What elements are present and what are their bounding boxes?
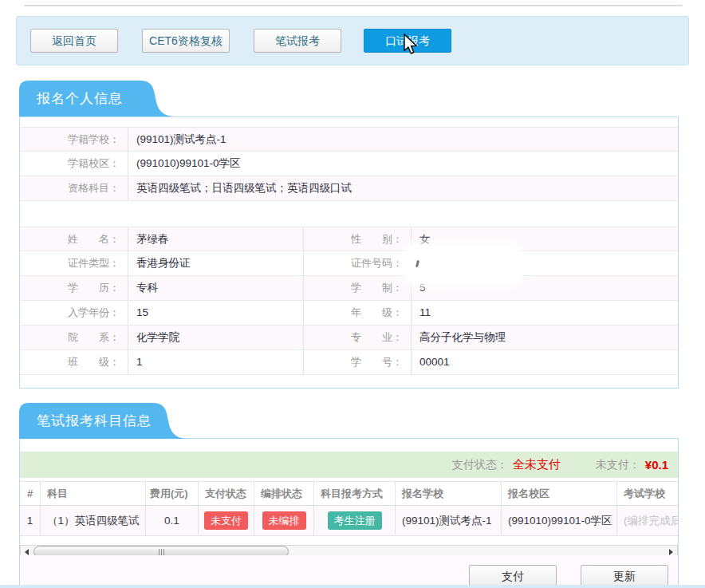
col-register-school: 报名学校	[396, 482, 502, 505]
page-bottom-strip	[0, 585, 705, 588]
pay-button[interactable]: 支付	[469, 565, 557, 587]
class-value: 1	[128, 350, 303, 374]
school-info-rows: 学籍学校： (99101)测试考点-1 学籍校区： (991010)99101-…	[20, 127, 678, 201]
cell-exam-school: (编排完成后	[617, 506, 678, 535]
payment-status-bar: 支付状态： 全未支付 未支付： ¥0.1	[20, 452, 678, 478]
update-button[interactable]: 更新	[581, 565, 668, 587]
right-arrow-icon	[669, 549, 673, 555]
col-subject: 科目	[41, 482, 146, 505]
personal-info-tab: 报名个人信息	[19, 81, 175, 116]
subjects-table: # 科目 费用(元) 支付状态 编排状态 科目报考方式 报名学校 报名校区 考试…	[20, 481, 678, 536]
enroll-year-label: 入学年份：	[20, 301, 128, 325]
thumb-grip-icon	[159, 549, 160, 555]
subjects-panel-tab: 笔试报考科目信息	[19, 403, 188, 439]
row-department-major: 院 系： 化学学院 专 业： 高分子化学与物理	[20, 326, 678, 350]
campus-label: 学籍校区：	[20, 152, 128, 176]
cell-fee: 0.1	[146, 506, 199, 535]
school-value: (99101)测试考点-1	[128, 128, 678, 151]
row-degree-duration: 学 历： 专科 学 制： 5	[20, 276, 678, 301]
duration-label: 学 制：	[303, 276, 411, 300]
written-exam-button[interactable]: 笔试报考	[254, 29, 341, 53]
unarranged-badge: 未编排	[262, 511, 306, 530]
grade-value: 11	[411, 301, 678, 325]
toolbar: 返回首页 CET6资格复核 笔试报考 口试报考	[16, 16, 689, 65]
cell-pay-status: 未支付	[199, 506, 254, 535]
pay-status-value: 全未支付	[513, 457, 561, 472]
id-type-label: 证件类型：	[20, 251, 128, 275]
return-home-button[interactable]: 返回首页	[30, 29, 118, 53]
row-name-gender: 姓 名： 茅绿春 性 别： 女	[20, 227, 678, 251]
id-number-redaction-blur	[408, 247, 518, 282]
col-arrange-status: 编排状态	[254, 482, 314, 505]
cet-registration-page: { "toolbar": { "buttons": [ { "label": "…	[0, 0, 705, 588]
school-label: 学籍学校：	[20, 128, 128, 151]
personal-detail-rows: 姓 名： 茅绿春 性 别： 女 证件类型： 香港身份证 证件号码： 学 历： 专…	[20, 227, 678, 375]
cell-register-school: (99101)测试考点-1	[396, 506, 502, 535]
thumb-grip-icon	[161, 549, 162, 555]
col-fee: 费用(元)	[146, 482, 199, 505]
department-label: 院 系：	[20, 326, 128, 349]
cell-register-mode: 考生注册	[314, 506, 396, 535]
left-arrow-icon	[25, 549, 29, 555]
id-number-label: 证件号码：	[303, 251, 411, 275]
degree-value: 专科	[128, 276, 303, 300]
degree-label: 学 历：	[20, 276, 128, 300]
table-row[interactable]: 1 （1）英语四级笔试 0.1 未支付 未编排 考生注册 (99101)测试考点…	[20, 506, 678, 536]
row-enrollyear-grade: 入学年份： 15 年 级： 11	[20, 301, 678, 326]
unpaid-label: 未支付：	[596, 458, 640, 472]
thumb-grip-icon	[163, 549, 164, 555]
qualified-subjects-value: 英语四级笔试；日语四级笔试；英语四级口试	[128, 176, 678, 200]
page-top-divider	[24, 5, 683, 6]
subjects-table-header: # 科目 费用(元) 支付状态 编排状态 科目报考方式 报名学校 报名校区 考试…	[20, 481, 678, 506]
pay-status-label: 支付状态：	[452, 458, 508, 472]
department-value: 化学学院	[128, 326, 303, 349]
class-label: 班 级：	[20, 350, 128, 374]
row-campus: 学籍校区： (991010)99101-0学区	[20, 152, 678, 176]
major-label: 专 业：	[303, 326, 411, 349]
register-mode-badge: 考生注册	[328, 511, 382, 530]
enroll-year-value: 15	[128, 301, 303, 325]
subjects-panel: 支付状态： 全未支付 未支付： ¥0.1 # 科目 费用(元) 支付状态 编排状…	[19, 438, 679, 588]
col-pay-status: 支付状态	[199, 482, 254, 505]
qualified-subjects-label: 资格科目：	[20, 176, 128, 200]
cet6-review-button[interactable]: CET6资格复核	[142, 29, 230, 53]
col-exam-school: 考试学校	[617, 482, 678, 505]
gender-label: 性 别：	[303, 227, 411, 251]
row-idtype-idnumber: 证件类型： 香港身份证 证件号码：	[20, 251, 678, 276]
col-register-campus: 报名校区	[502, 482, 617, 505]
student-id-label: 学 号：	[303, 350, 411, 374]
cell-index: 1	[20, 506, 41, 535]
personal-info-title: 报名个人信息	[37, 81, 123, 116]
row-qualified-subjects: 资格科目： 英语四级笔试；日语四级笔试；英语四级口试	[20, 176, 678, 201]
name-label: 姓 名：	[20, 227, 128, 251]
oral-exam-button[interactable]: 口试报考	[364, 29, 451, 53]
name-value: 茅绿春	[128, 227, 303, 251]
major-value: 高分子化学与物理	[411, 326, 678, 349]
cell-subject: （1）英语四级笔试	[41, 506, 146, 535]
row-school: 学籍学校： (99101)测试考点-1	[20, 127, 678, 152]
subjects-panel-title: 笔试报考科目信息	[37, 403, 152, 439]
redaction-remnant-mark	[416, 260, 419, 267]
cell-register-campus: (991010)99101-0学区	[502, 506, 617, 535]
grade-label: 年 级：	[303, 301, 411, 325]
id-type-value: 香港身份证	[128, 251, 303, 275]
student-id-value: 00001	[411, 350, 678, 374]
unpaid-amount: ¥0.1	[645, 458, 668, 472]
actions-bar: 支付 更新	[20, 555, 678, 588]
campus-value: (991010)99101-0学区	[128, 152, 678, 176]
col-register-mode: 科目报考方式	[314, 482, 396, 505]
personal-info-panel: 学籍学校： (99101)测试考点-1 学籍校区： (991010)99101-…	[19, 116, 679, 389]
row-class-studentid: 班 级： 1 学 号： 00001	[20, 350, 678, 375]
unpaid-badge: 未支付	[204, 511, 248, 530]
col-index: #	[20, 482, 41, 505]
cell-arrange-status: 未编排	[254, 506, 314, 535]
